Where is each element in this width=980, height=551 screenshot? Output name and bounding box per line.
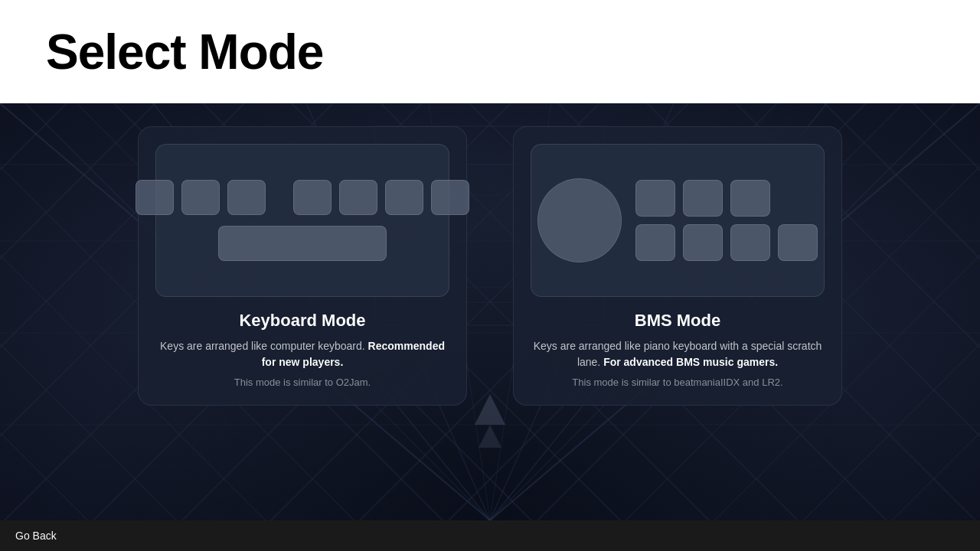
go-back-button[interactable]: Go Back — [15, 530, 57, 542]
bms-key-6 — [730, 224, 770, 261]
key-4 — [293, 180, 332, 215]
bms-mode-desc: Keys are arranged like piano keyboard wi… — [531, 338, 825, 370]
page-title: Select Mode — [46, 24, 323, 80]
keyboard-row-1 — [136, 180, 469, 215]
key-1 — [136, 180, 174, 215]
keyboard-mode-title: Keyboard Mode — [155, 311, 449, 331]
keyboard-mode-illustration — [155, 144, 449, 297]
bms-key-row-1 — [635, 180, 818, 217]
bms-key-3 — [730, 180, 770, 217]
keyboard-row-2 — [218, 226, 387, 261]
key-7 — [431, 180, 469, 215]
bms-keys-grid — [635, 180, 818, 261]
header: Select Mode — [0, 0, 980, 103]
bms-key-2 — [683, 180, 723, 217]
bms-key-7 — [778, 224, 818, 261]
keyboard-mode-similar: This mode is similar to O2Jam. — [155, 377, 449, 388]
key-5 — [339, 180, 377, 215]
key-6 — [385, 180, 423, 215]
spacebar-key — [218, 226, 387, 261]
bms-layout — [537, 178, 818, 262]
bms-key-1 — [635, 180, 675, 217]
main-content: Keyboard Mode Keys are arranged like com… — [0, 103, 980, 520]
bms-scratch-disc — [537, 178, 622, 262]
bms-mode-similar: This mode is similar to beatmaniaIIDX an… — [531, 377, 825, 388]
bms-mode-title: BMS Mode — [531, 311, 825, 331]
bms-mode-card[interactable]: BMS Mode Keys are arranged like piano ke… — [513, 126, 842, 406]
bms-key-4 — [635, 224, 675, 261]
key-2 — [181, 180, 220, 215]
key-3 — [227, 180, 266, 215]
keyboard-mode-desc: Keys are arranged like computer keyboard… — [155, 338, 449, 370]
bms-mode-illustration — [531, 144, 825, 297]
footer: Go Back — [0, 520, 980, 551]
mode-cards-container: Keyboard Mode Keys are arranged like com… — [0, 103, 980, 406]
keyboard-mode-card[interactable]: Keyboard Mode Keys are arranged like com… — [138, 126, 467, 406]
bms-key-row-2 — [635, 224, 818, 261]
bms-key-5 — [683, 224, 723, 261]
